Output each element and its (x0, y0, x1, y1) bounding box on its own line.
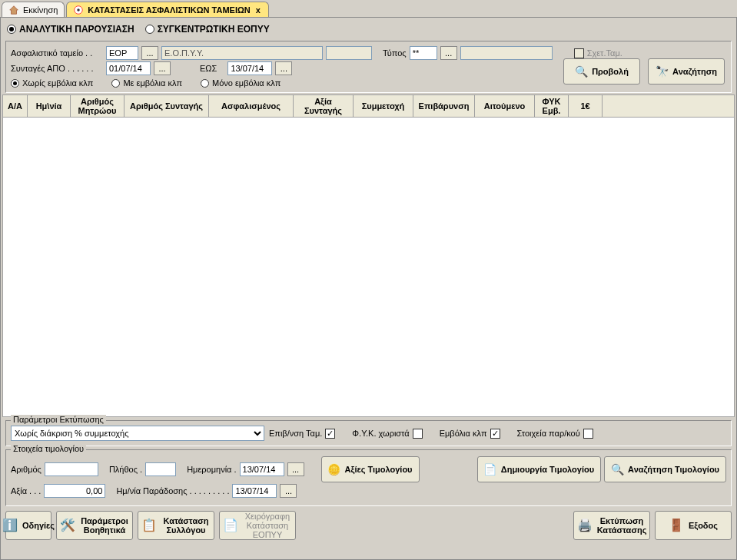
invoice-delivery-label: Ημ/νία Παράδοσης . . . . . . . . . (116, 486, 229, 495)
invoice-delivery-picker[interactable]: ... (280, 484, 297, 498)
print-params-fieldset: Παράμετροι Εκτύπωσης Χωρίς διάκριση % συ… (5, 420, 732, 446)
fund-label: Ασφαλιστικό ταμείο . . (11, 48, 103, 58)
print-state-label: Εκτύπωση Κατάστασης (597, 516, 647, 535)
filters-panel: Ασφαλιστικό ταμείο . . ... Τύπος ... Σχε… (5, 41, 732, 93)
col-insured[interactable]: Ασφαλισμένος (209, 95, 294, 118)
col-requested[interactable]: Αιτούμενο (475, 95, 535, 118)
invoice-count-label: Πλήθος . (109, 465, 142, 474)
search-button[interactable]: 🔭 Αναζήτηση (648, 58, 725, 84)
col-participation[interactable]: Συμμετοχή (354, 95, 413, 118)
type-name-display (460, 46, 553, 60)
invoice-number-input[interactable] (45, 462, 98, 476)
related-fund-label: Σχετ.Ταμ. (587, 48, 622, 58)
fund-extra-display (326, 46, 372, 60)
view-button-label: Προβολή (592, 67, 629, 76)
magnifier-icon: 🔍 (575, 65, 587, 78)
tab-start[interactable]: Εκκίνηση (2, 2, 65, 17)
chk-vaccines-label: Εμβόλια κλπ (440, 429, 487, 438)
results-grid: Α/Α Ημ\νία Αριθμός Μητρώου Αριθμός Συντα… (2, 94, 735, 118)
invoice-values-label: Αξίες Τιμολογίου (345, 465, 413, 474)
radio-only-vaccines-label: Μόνο εμβόλια κλπ (212, 78, 281, 88)
participation-filter-combo[interactable]: Χωρίς διάκριση % συμμετοχής (11, 426, 264, 441)
view-button[interactable]: 🔍 Προβολή (563, 58, 640, 84)
fund-code-input[interactable] (106, 46, 138, 60)
exit-button-label: Εξοδος (689, 521, 718, 530)
radio-no-vaccines-label: Χωρίς εμβόλια κλπ (22, 78, 93, 88)
results-grid-body[interactable] (2, 118, 735, 417)
invoice-legend: Στοιχεία τιμολογίου (11, 444, 86, 453)
invoice-number-label: Αριθμός (11, 465, 41, 474)
col-one-euro[interactable]: 1€ (569, 95, 603, 118)
search-button-label: Αναζήτηση (672, 67, 717, 76)
svg-point-2 (78, 8, 81, 12)
col-date[interactable]: Ημ\νία (28, 95, 71, 118)
printer-icon: 🖨️ (577, 519, 593, 532)
print-state-button[interactable]: 🖨️ Εκτύπωση Κατάστασης (573, 511, 650, 540)
col-fyk[interactable]: ΦΥΚ Εμβ. (535, 95, 569, 118)
type-lookup-button[interactable]: ... (440, 46, 457, 60)
view-mode-group: ΑΝΑΛΥΤΙΚΗ ΠΑΡΟΥΣΙΑΣΗ ΣΥΓΚΕΝΤΡΩΤΙΚΗ ΕΟΠΥΥ (1, 18, 736, 38)
help-button[interactable]: ℹ️ Οδηγίες (5, 511, 51, 540)
col-aa[interactable]: Α/Α (3, 95, 28, 118)
association-state-label: Κατάσταση Συλλόγου (161, 516, 211, 535)
tab-bar: Εκκίνηση ΚΑΤΑΣΤΑΣΕΙΣ ΑΣΦΑΛΙΣΤΙΚΩΝ ΤΑΜΕΙΩ… (0, 0, 737, 17)
rx-to-label: ΕΩΣ (200, 64, 217, 73)
chk-voucher-label: Στοιχεία παρ/κού (517, 429, 580, 438)
invoice-date-picker[interactable]: ... (287, 462, 304, 476)
tab-insurance-statements[interactable]: ΚΑΤΑΣΤΑΣΕΙΣ ΑΣΦΑΛΙΣΤΙΚΩΝ ΤΑΜΕΙΩΝ x (66, 2, 269, 17)
invoice-count-input[interactable] (145, 462, 176, 476)
print-params-legend: Παράμετροι Εκτύπωσης (11, 415, 106, 424)
fund-name-display (161, 46, 323, 60)
chk-fyk-separate-label: Φ.Υ.Κ. χωριστά (352, 429, 409, 438)
date-to-picker[interactable]: ... (275, 61, 292, 75)
invoice-find-label: Αναζήτηση Τιμολογίου (628, 465, 719, 474)
tab-close-button[interactable]: x (254, 5, 262, 15)
radio-summary[interactable] (145, 25, 154, 34)
chk-fyk-separate[interactable] (413, 429, 423, 439)
invoice-delivery-input[interactable] (232, 484, 277, 498)
binoculars-icon: 🔭 (656, 65, 668, 78)
tab-active-label: ΚΑΤΑΣΤΑΣΕΙΣ ΑΣΦΑΛΙΣΤΙΚΩΝ ΤΑΜΕΙΩΝ (88, 5, 250, 15)
exit-button[interactable]: 🚪 Εξοδος (655, 511, 732, 540)
type-label: Τύπος (383, 48, 407, 58)
radio-only-vaccines[interactable] (201, 79, 209, 88)
radio-with-vaccines[interactable] (111, 79, 120, 88)
coins-icon: 🪙 (328, 463, 340, 476)
search-doc-icon: 🔍 (611, 463, 623, 476)
fund-lookup-button[interactable]: ... (141, 46, 158, 60)
radio-analytic[interactable] (7, 25, 16, 34)
chk-voucher[interactable] (583, 429, 593, 439)
invoice-find-button[interactable]: 🔍 Αναζήτηση Τιμολογίου (604, 456, 726, 482)
manual-state-label: Χειρόγραφη Κατάσταση ΕΟΠΥΥ (243, 512, 292, 539)
help-button-label: Οδηγίες (22, 521, 55, 530)
invoice-create-button[interactable]: 📄 Δημιουργία Τιμολογίου (477, 456, 601, 482)
col-empty (603, 95, 735, 118)
chk-supervision-label: Επιβ/νση Ταμ. (269, 429, 322, 438)
invoice-value-input[interactable] (44, 484, 105, 498)
rx-from-label: Συνταγές ΑΠΟ . . . . . . (11, 64, 103, 73)
tools-icon: 🛠️ (60, 519, 75, 532)
info-icon: ℹ️ (2, 519, 18, 532)
svg-marker-0 (10, 5, 18, 14)
invoice-create-label: Δημιουργία Τιμολογίου (501, 465, 594, 474)
doc-icon: 📄 (223, 519, 238, 532)
date-from-input[interactable] (106, 61, 151, 75)
chk-vaccines[interactable] (490, 429, 500, 439)
radio-no-vaccines[interactable] (11, 79, 19, 88)
home-icon (8, 5, 19, 15)
date-to-input[interactable] (227, 61, 272, 75)
type-code-input[interactable] (410, 46, 437, 60)
aux-params-button[interactable]: 🛠️ Παράμετροι Βοηθητικά (56, 511, 133, 540)
date-from-picker[interactable]: ... (154, 61, 171, 75)
chk-supervision[interactable] (325, 429, 335, 439)
col-surcharge[interactable]: Επιβάρυνση (413, 95, 475, 118)
col-rx-value[interactable]: Αξία Συνταγής (294, 95, 354, 118)
invoice-date-input[interactable] (240, 462, 284, 476)
manual-state-button: 📄 Χειρόγραφη Κατάσταση ΕΟΠΥΥ (219, 511, 296, 540)
col-rx-no[interactable]: Αριθμός Συνταγής (124, 95, 209, 118)
col-reg-no[interactable]: Αριθμός Μητρώου (71, 95, 124, 118)
list-icon: 📋 (141, 519, 157, 532)
app-icon (73, 5, 84, 15)
invoice-values-button[interactable]: 🪙 Αξίες Τιμολογίου (321, 456, 420, 482)
association-state-button[interactable]: 📋 Κατάσταση Συλλόγου (138, 511, 214, 540)
